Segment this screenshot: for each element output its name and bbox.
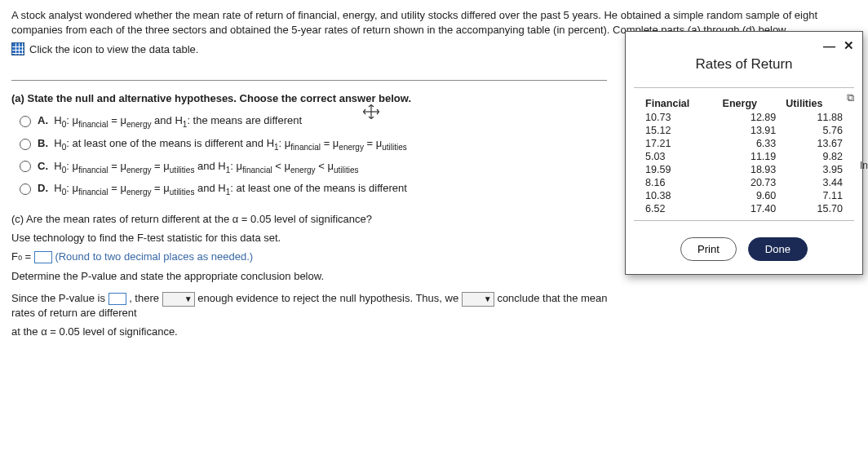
done-button[interactable]: Done: [748, 237, 808, 261]
f-stat-line: F₀ = (Round to two decimal places as nee…: [11, 250, 631, 263]
f-stat-input[interactable]: [34, 251, 52, 263]
popup-divider: [634, 87, 854, 88]
data-table-icon[interactable]: [11, 42, 24, 55]
part-c-prompt: (c) Are the mean rates of return differe…: [11, 213, 631, 225]
copy-icon[interactable]: ⧉: [847, 91, 854, 104]
option-d-label: D. H0: μfinancial = μenergy = μutilities…: [38, 182, 407, 197]
view-table-link[interactable]: Click the icon to view the data table.: [29, 43, 198, 55]
popup-divider: [634, 220, 854, 221]
part-c-tech: Use technology to find the F-test statis…: [11, 232, 631, 244]
minimize-icon[interactable]: —: [823, 39, 835, 53]
col-utilities: Utilities: [781, 96, 848, 111]
table-row: 5.0311.199.82: [640, 150, 848, 163]
close-icon[interactable]: ✕: [844, 38, 854, 53]
popup-title: Rates of Return: [634, 56, 854, 73]
pvalue-prompt: Determine the P-value and state the appr…: [11, 270, 631, 282]
f-stat-hint: (Round to two decimal places as needed.): [55, 250, 253, 263]
side-tab: In: [860, 160, 868, 171]
col-energy: Energy: [718, 96, 782, 111]
option-c-label: C. H0: μfinancial = μenergy = μutilities…: [38, 160, 358, 175]
conclusion-last: at the α = 0.05 level of significance.: [11, 325, 631, 338]
print-button[interactable]: Print: [680, 237, 737, 261]
table-row: 6.5217.4015.70: [640, 202, 848, 215]
option-a[interactable]: A. H0: μfinancial = μenergy and H1: the …: [20, 114, 631, 129]
pvalue-input[interactable]: [108, 293, 126, 305]
option-b-label: B. H0: at least one of the means is diff…: [38, 137, 407, 152]
table-row: 10.389.607.11: [640, 189, 848, 202]
table-row: 10.7312.8911.88: [640, 111, 848, 124]
radio-icon[interactable]: [20, 139, 31, 150]
col-financial: Financial: [640, 96, 718, 111]
option-c[interactable]: C. H0: μfinancial = μenergy = μutilities…: [20, 160, 631, 175]
conclude-dropdown[interactable]: ▼: [462, 292, 494, 307]
option-b[interactable]: B. H0: at least one of the means is diff…: [20, 137, 631, 152]
evidence-dropdown[interactable]: ▼: [162, 292, 195, 307]
rates-table: Financial Energy Utilities 10.7312.8911.…: [640, 96, 848, 215]
table-row: 19.5918.933.95: [640, 163, 848, 176]
part-a-prompt: (a) State the null and alternative hypot…: [11, 92, 631, 104]
conclusion-line: Since the P-value is , there ▼ enough ev…: [11, 292, 631, 319]
radio-icon[interactable]: [20, 183, 31, 195]
divider: [11, 80, 607, 81]
rates-popup: — ✕ Rates of Return ⧉ Financial Energy U…: [625, 31, 863, 275]
radio-icon[interactable]: [20, 116, 31, 127]
table-row: 15.1213.915.76: [640, 124, 848, 137]
radio-icon[interactable]: [20, 161, 31, 172]
move-handle-icon[interactable]: [359, 104, 383, 119]
option-a-label: A. H0: μfinancial = μenergy and H1: the …: [38, 114, 302, 129]
table-row: 8.1620.733.44: [640, 176, 848, 189]
table-row: 17.216.3313.67: [640, 137, 848, 150]
option-d[interactable]: D. H0: μfinancial = μenergy = μutilities…: [20, 182, 631, 197]
